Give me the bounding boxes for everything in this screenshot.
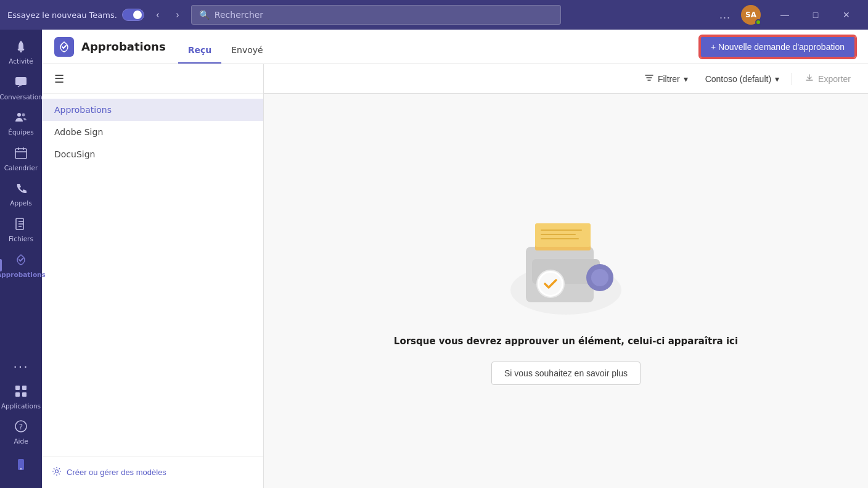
sidebar-item-activite[interactable]: Activité: [0, 35, 42, 70]
sidebar-item-appels[interactable]: Appels: [0, 176, 42, 212]
list-item-docusign[interactable]: DocuSign: [42, 143, 263, 165]
svg-rect-1: [15, 77, 27, 85]
empty-illustration: [486, 197, 646, 321]
avatar[interactable]: SA: [741, 5, 761, 25]
try-new-teams-toggle[interactable]: [122, 9, 144, 21]
search-icon: 🔍: [199, 10, 210, 20]
files-icon: [14, 217, 28, 233]
manage-templates-label: Créer ou gérer des modèles: [67, 468, 166, 477]
app-logo: [54, 37, 74, 57]
more-apps-dots[interactable]: ···: [8, 355, 33, 379]
sidebar-label-aide: Aide: [14, 437, 28, 445]
new-request-button[interactable]: + Nouvelle demande d'approbation: [700, 36, 856, 58]
sidebar-item-applications[interactable]: Applications: [0, 379, 42, 415]
left-panel-footer: Créer ou gérer des modèles: [42, 456, 263, 488]
content-area: Approbations Reçu Envoyé + Nouvelle dema…: [42, 30, 868, 488]
sidebar-item-conversation[interactable]: Conversation: [0, 70, 42, 106]
window-controls: — □ ✕: [771, 5, 861, 25]
main-layout: Activité Conversation Équipes Calendrier…: [0, 30, 868, 488]
tab-envoye[interactable]: Envoyé: [221, 30, 272, 64]
header-actions: + Nouvelle demande d'approbation: [700, 36, 856, 58]
sidebar-item-aide[interactable]: ? Aide: [0, 415, 42, 450]
sidebar-label-conversation: Conversation: [0, 93, 43, 101]
filter-chevron-icon: ▾: [684, 74, 688, 84]
page-title: Approbations: [81, 40, 166, 53]
export-label: Exporter: [818, 74, 851, 84]
left-panel-header: ☰: [42, 64, 263, 94]
bell-icon: [14, 39, 28, 55]
svg-point-17: [55, 470, 59, 473]
toolbar-divider: [792, 73, 792, 85]
sidebar-label-activite: Activité: [9, 57, 33, 65]
sidebar-item-mobile[interactable]: [0, 453, 42, 478]
search-bar[interactable]: 🔍 Rechercher: [191, 5, 561, 25]
mobile-icon: [14, 458, 28, 473]
close-button[interactable]: ✕: [832, 5, 861, 25]
chat-icon: [14, 75, 28, 91]
maximize-button[interactable]: □: [801, 5, 830, 25]
svg-rect-12: [22, 392, 27, 397]
sidebar: Activité Conversation Équipes Calendrier…: [0, 30, 42, 488]
hamburger-button[interactable]: ☰: [52, 70, 67, 88]
gear-icon: [52, 466, 62, 478]
left-panel-list: Approbations Adobe Sign DocuSign: [42, 94, 263, 456]
filter-button[interactable]: Filtrer ▾: [639, 70, 693, 87]
sidebar-label-fichiers: Fichiers: [9, 235, 33, 243]
sidebar-label-approbations: Approbations: [0, 271, 46, 279]
svg-rect-10: [22, 386, 27, 390]
org-selector-label: Contoso (default): [705, 74, 771, 84]
list-item-approbations[interactable]: Approbations: [42, 99, 263, 121]
svg-text:?: ?: [19, 423, 23, 431]
sub-content: ☰ Approbations Adobe Sign DocuSign Créer…: [42, 64, 868, 488]
right-panel: Filtrer ▾ Contoso (default) ▾ Exporter: [264, 64, 868, 488]
help-icon: ?: [14, 420, 28, 435]
nav-back-button[interactable]: ‹: [149, 6, 166, 23]
left-panel: ☰ Approbations Adobe Sign DocuSign Créer…: [42, 64, 264, 488]
svg-point-2: [17, 113, 21, 117]
avatar-status-badge: [755, 19, 761, 25]
svg-rect-4: [15, 149, 27, 159]
sidebar-label-applications: Applications: [1, 402, 41, 410]
phone-icon: [14, 181, 28, 197]
export-icon: [805, 73, 814, 85]
approvals-icon: [14, 253, 28, 268]
svg-point-32: [539, 273, 562, 295]
filter-label: Filtrer: [658, 74, 680, 84]
apps-icon: [14, 384, 28, 400]
sidebar-item-equipes[interactable]: Équipes: [0, 105, 42, 141]
sidebar-label-appels: Appels: [10, 199, 31, 207]
export-button[interactable]: Exporter: [800, 70, 856, 87]
nav-arrows: ‹ ›: [149, 6, 186, 23]
empty-state-message: Lorsque vous devrez approuver un élément…: [394, 336, 738, 347]
title-bar-left: Essayez le nouveau Teams. ‹ › 🔍 Recherch…: [7, 5, 710, 25]
nav-forward-button[interactable]: ›: [169, 6, 186, 23]
sidebar-bottom: ? Aide: [0, 415, 42, 483]
app-header: Approbations Reçu Envoyé + Nouvelle dema…: [42, 30, 868, 64]
search-placeholder: Rechercher: [215, 10, 263, 20]
svg-rect-11: [15, 392, 20, 397]
org-selector-button[interactable]: Contoso (default) ▾: [700, 72, 784, 86]
svg-point-3: [22, 114, 25, 117]
svg-point-30: [591, 269, 608, 286]
svg-rect-9: [15, 386, 20, 390]
svg-point-16: [20, 468, 22, 469]
list-item-adobe-sign[interactable]: Adobe Sign: [42, 121, 263, 143]
more-options-button[interactable]: ...: [716, 6, 734, 23]
learn-more-button[interactable]: Si vous souhaitez en savoir plus: [491, 362, 641, 385]
sidebar-item-fichiers[interactable]: Fichiers: [0, 212, 42, 248]
title-bar-right: ... SA — □ ✕: [716, 5, 861, 25]
tab-recu[interactable]: Reçu: [178, 30, 222, 64]
manage-templates-button[interactable]: Créer ou gérer des modèles: [52, 466, 166, 478]
app-tabs: Reçu Envoyé: [178, 30, 273, 64]
sidebar-item-approbations[interactable]: Approbations: [0, 248, 42, 284]
filter-icon: [644, 73, 654, 85]
try-new-teams-label: Essayez le nouveau Teams.: [7, 9, 144, 21]
teams-icon: [14, 110, 28, 126]
sidebar-item-calendrier[interactable]: Calendrier: [0, 141, 42, 177]
sidebar-label-calendrier: Calendrier: [4, 164, 38, 172]
minimize-button[interactable]: —: [771, 5, 799, 25]
org-chevron-icon: ▾: [775, 74, 779, 84]
right-panel-toolbar: Filtrer ▾ Contoso (default) ▾ Exporter: [264, 64, 868, 94]
sidebar-label-equipes: Équipes: [8, 128, 33, 136]
calendar-icon: [14, 146, 28, 162]
